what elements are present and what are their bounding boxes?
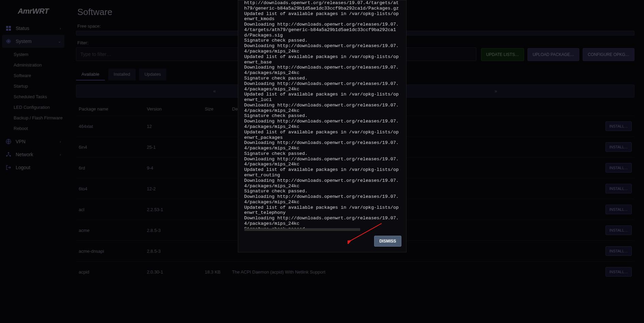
opkg-log-output: http://downloads.openwrt.org/releases/19… [238,0,406,228]
opkg-log-modal: http://downloads.openwrt.org/releases/19… [238,0,407,252]
horizontal-scrollbar[interactable] [244,228,360,231]
modal-overlay: http://downloads.openwrt.org/releases/19… [0,0,644,323]
dismiss-button[interactable]: DISMISS [374,236,401,247]
